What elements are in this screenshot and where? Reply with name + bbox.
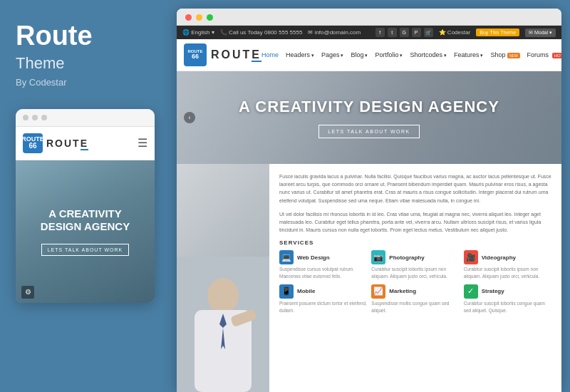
mobile-dot-1 [23,115,28,120]
utility-bar: 🌐 English ▾ 📞 Call us Today 0800 555 555… [177,26,561,39]
service-title: Strategy [482,288,504,294]
nav-headers[interactable]: Headers [286,51,314,58]
googleplus-icon[interactable]: G [400,28,409,37]
hero-section: A CREATIVITY DESIGN AGENCY LETS TALK ABO… [177,71,561,164]
person-image-area [177,164,269,392]
utility-right: f t G P 🛒 ⭐ Codestar Buy This Theme ✉ Mo… [375,28,556,37]
service-icon-row: 📈 Marketing [371,284,459,299]
service-icon-row: ✓ Strategy [464,284,551,299]
service-title: Videography [482,254,516,261]
service-icon-row: 📷 Photography [371,250,459,264]
hero-title: A CREATIVITY DESIGN AGENCY [239,98,499,116]
theme-subtitle: Theme [16,54,161,73]
mobile-hero-title: A CREATIVITY DESIGN AGENCY [30,207,140,233]
service-title: Web Design [297,254,330,261]
phone-number: 📞 Call us Today 0800 555 5555 [220,29,303,36]
content-section: Fusce iaculis gravida lacus a pulvinar. … [177,164,561,392]
mobile-logo-area: ROUTE 66 ROUTE [23,133,88,153]
mobile-dot-2 [32,115,38,120]
nav-logo-badge: ROUTE 66 [184,43,207,66]
left-panel: Route Theme By Codestar ROUTE 66 ROUTE ☰ [0,0,177,392]
facebook-icon[interactable]: f [375,28,385,37]
service-desc: Curabitur suscipit lobortis ipsum non al… [464,266,551,280]
about-area: Fusce iaculis gravida lacus a pulvinar. … [269,164,561,392]
mobile-route-badge: ROUTE 66 [23,133,43,153]
service-title: Photography [389,254,424,261]
nav-forums[interactable]: Forums HOT [527,51,561,58]
browser-dot-close[interactable] [185,14,192,21]
mobile-route-text: ROUTE [46,138,88,149]
utility-social: f t G P 🛒 [375,28,433,37]
email-address: ✉ info@domain.com [308,29,361,36]
right-panel: 🌐 English ▾ 📞 Call us Today 0800 555 555… [177,9,561,392]
browser-dot-minimize[interactable] [196,14,202,21]
pinterest-icon[interactable]: P [412,28,421,37]
nav-shortcodes[interactable]: Shortcodes [410,51,446,58]
hero-text-block: A CREATIVITY DESIGN AGENCY LETS TALK ABO… [239,98,499,138]
modal-btn[interactable]: ✉ Modal ▾ [525,29,556,37]
service-icon-row: 🎥 Videography [464,250,551,264]
utility-left: 🌐 English ▾ 📞 Call us Today 0800 555 555… [182,29,361,36]
buy-theme-btn[interactable]: Buy This Theme [476,29,519,36]
person-image [177,164,269,392]
service-item-5: ✓ Strategy Curabitur suscipit lobortis c… [464,284,551,314]
hero-prev-arrow[interactable]: ‹ [184,112,195,123]
mobile-hero-content: A CREATIVITY DESIGN AGENCY LETS TALK ABO… [30,207,140,256]
service-icon-row: 💻 Web Design [279,250,367,264]
nav-features[interactable]: Features [454,51,483,58]
nav-menu: Home Headers Pages Blog Portfolio Shortc… [261,51,561,59]
service-item-0: 💻 Web Design Suspendisse cursus volutpat… [279,250,367,280]
service-item-1: 📷 Photography Curabitur suscipit loborti… [371,250,459,280]
nav-shop[interactable]: Shop NEW [490,51,519,58]
main-nav: ROUTE 66 ROUTE Home Headers Pages Blog P… [177,39,561,71]
service-icon-row: 📱 Mobile [279,284,367,299]
theme-title: Route [16,21,161,51]
nav-portfolio[interactable]: Portfolio [375,51,403,58]
browser-dot-maximize[interactable] [207,14,213,21]
service-desc: Curabitur suscipit lobortis congue quam … [464,300,551,314]
mobile-hero: A CREATIVITY DESIGN AGENCY LETS TALK ABO… [16,160,155,303]
service-item-3: 📱 Mobile Praesent posuere dictum tortor … [279,284,367,314]
service-icon: ✓ [464,284,478,299]
svg-point-1 [207,278,239,314]
settings-icon[interactable]: ⚙ [21,286,34,299]
nav-logo: ROUTE 66 ROUTE [184,43,261,66]
service-title: Marketing [389,288,416,294]
nav-logo-text: ROUTE [211,48,261,61]
service-icon: 💻 [279,250,294,264]
language-selector[interactable]: 🌐 English ▾ [182,29,214,36]
twitter-icon[interactable]: t [388,28,397,37]
hero-cta-btn[interactable]: LETS TALK ABOUT WORK [318,125,420,138]
mobile-top-bar [16,109,155,127]
website-content: 🌐 English ▾ 📞 Call us Today 0800 555 555… [177,26,561,392]
service-desc: Suspendisse cursus volutpat rutrum. Maec… [279,266,367,280]
service-icon: 🎥 [464,250,478,264]
mobile-dot-3 [41,115,47,120]
services-grid: 💻 Web Design Suspendisse cursus volutpat… [279,250,551,314]
service-desc: Praesent posuere dictum tortor et eleife… [279,300,367,314]
service-icon: 📈 [371,284,385,299]
mobile-mockup: ROUTE 66 ROUTE ☰ A CREATIVITY DESIGN AGE… [16,109,155,303]
codestar-link[interactable]: ⭐ Codestar [439,29,471,36]
service-item-4: 📈 Marketing Suspendisse mollis congue qu… [371,284,459,314]
about-para2: Ut vel dolor facilisis mi rhoncus lobort… [279,210,551,234]
theme-by: By Codestar [16,77,161,88]
services-title: SERVICES [279,239,551,246]
mobile-nav: ROUTE 66 ROUTE ☰ [16,127,155,160]
service-desc: Curabitur suscipit lobortis ipsum non al… [371,266,459,280]
cart-icon[interactable]: 🛒 [424,28,433,37]
service-icon: 📱 [279,284,294,299]
service-icon: 📷 [371,250,385,264]
service-title: Mobile [297,288,315,294]
nav-blog[interactable]: Blog [351,51,368,58]
mobile-hero-cta[interactable]: LETS TALK ABOUT WORK [41,244,130,256]
service-item-2: 🎥 Videography Curabitur suscipit loborti… [464,250,551,280]
nav-pages[interactable]: Pages [321,51,343,58]
service-desc: Suspendisse mollis congue quam sed aliqu… [371,300,459,314]
browser-chrome [177,9,561,26]
nav-home[interactable]: Home [261,51,279,58]
about-para1: Fusce iaculis gravida lacus a pulvinar. … [279,172,551,205]
hamburger-icon[interactable]: ☰ [138,136,147,150]
